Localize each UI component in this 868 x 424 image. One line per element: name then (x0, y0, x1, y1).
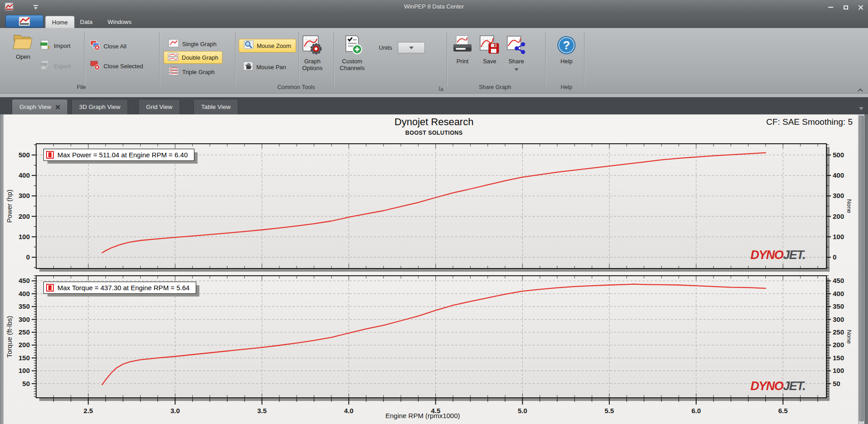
import-button[interactable]: Import (40, 40, 71, 52)
vertical-scrollbar-thumb[interactable] (859, 116, 864, 421)
y-tick-label: 250 (833, 328, 844, 336)
tab-3d-graph-view-label: 3D Graph View (79, 104, 120, 110)
share-icon (505, 50, 527, 57)
document-tab-bar: Graph View 3D Graph View Grid View Table… (0, 97, 868, 114)
tab-table-view-label: Table View (201, 104, 231, 110)
share-graph-group-label: Share Graph (461, 84, 529, 90)
ribbon-separator (545, 32, 546, 87)
export-csv-icon (40, 60, 51, 72)
tab-3d-graph-view[interactable]: 3D Graph View (71, 99, 128, 114)
ribbon-tab-data-label: Data (80, 19, 92, 25)
ribbon-collapse-chevron-icon[interactable] (857, 86, 863, 94)
custom-channels-button[interactable]: Custom Channels (336, 34, 368, 71)
tab-table-view[interactable]: Table View (193, 99, 238, 114)
ribbon-tab-home[interactable]: Home (45, 16, 75, 28)
ribbon-tab-windows[interactable]: Windows (101, 16, 138, 28)
window-frame-right (864, 114, 868, 424)
ribbon-tab-row: Home Data Windows (0, 14, 868, 28)
custom-channels-label-2: Channels (336, 65, 368, 71)
application-button[interactable] (5, 15, 43, 28)
print-icon (452, 50, 473, 57)
share-button-label: Share (504, 58, 529, 65)
chart-power[interactable]: 00100100200200300300400400500500 (19, 144, 844, 272)
open-button[interactable]: Open (7, 32, 39, 60)
y-tick-label: 150 (19, 354, 30, 362)
y-tick-label: 300 (19, 316, 30, 323)
save-button-label: Save (477, 58, 502, 65)
print-button[interactable]: Print (450, 34, 475, 65)
mouse-pan-button[interactable]: Mouse Pan (241, 61, 289, 73)
common-tools-group-label: Common Tools (260, 84, 332, 90)
torque-right-axis-title: None (846, 330, 853, 344)
torque-axis-title: Torque (ft-lbs) (5, 316, 13, 358)
graph-options-button[interactable]: Graph Options (297, 34, 327, 71)
help-icon: ? (556, 50, 577, 57)
y-tick-label: 400 (833, 290, 844, 297)
tab-graph-view-label: Graph View (19, 104, 51, 110)
winpep-logo-icon (17, 16, 32, 26)
minimize-button[interactable] (825, 4, 836, 11)
mouse-pan-label: Mouse Pan (256, 64, 286, 71)
help-group-label: Help (539, 84, 594, 90)
close-all-button-label: Close All (104, 43, 127, 50)
units-dropdown[interactable] (398, 42, 425, 53)
y-tick-label: 400 (19, 171, 30, 179)
power-legend[interactable]: Max Power = 511.04 at Engine RPM = 6.40 (43, 149, 194, 161)
ribbon-separator (159, 32, 160, 87)
maximize-button[interactable] (840, 4, 852, 11)
y-tick-label: 300 (833, 192, 844, 199)
save-icon (479, 50, 500, 57)
import-button-label: Import (54, 42, 71, 49)
tab-graph-view[interactable]: Graph View (12, 99, 68, 114)
tab-list-chevron-icon[interactable] (859, 104, 863, 112)
help-button[interactable]: ? Help (554, 34, 579, 65)
open-button-label: Open (7, 53, 39, 60)
y-tick-label: 400 (19, 290, 30, 297)
graph-options-label-2: Options (297, 65, 327, 71)
y-tick-label: 150 (833, 354, 844, 362)
y-tick-label: 200 (833, 341, 844, 349)
single-graph-icon (168, 39, 179, 49)
double-graph-label: Double Graph (182, 54, 218, 61)
help-button-label: Help (554, 58, 579, 65)
mouse-zoom-label: Mouse Zoom (257, 42, 291, 49)
chevron-down-icon (409, 47, 414, 49)
title-bar: WinPEP 8 Data Center (0, 0, 868, 14)
file-group-label: File (54, 84, 108, 90)
close-button[interactable] (854, 4, 866, 11)
y-tick-label: 100 (833, 367, 844, 374)
x-axis-title: Engine RPM (rpmx1000) (0, 412, 845, 419)
dynojet-logo: DYNOJET. (750, 248, 805, 262)
y-tick-label: 350 (19, 302, 30, 310)
close-selected-button[interactable]: Close Selected (90, 60, 143, 72)
tab-close-icon[interactable] (56, 105, 60, 109)
y-tick-label: 0 (833, 253, 836, 261)
y-tick-label: 200 (19, 212, 30, 220)
dialog-launcher-icon[interactable] (439, 85, 444, 93)
triple-graph-button[interactable]: Triple Graph (165, 66, 217, 78)
custom-channels-icon (341, 50, 363, 57)
y-tick-label: 250 (19, 328, 30, 336)
y-tick-label: 0 (26, 253, 30, 261)
graph-options-icon (302, 50, 323, 57)
share-button[interactable]: Share (504, 34, 529, 73)
single-graph-button[interactable]: Single Graph (165, 38, 219, 50)
y-tick-label: 50 (22, 380, 30, 387)
close-all-button[interactable]: Close All (90, 40, 127, 52)
mouse-pan-hand-icon (243, 61, 253, 72)
save-button[interactable]: Save (477, 34, 502, 65)
y-tick-label: 300 (19, 192, 30, 199)
ribbon-tab-data[interactable]: Data (74, 16, 99, 28)
y-tick-label: 100 (19, 233, 30, 240)
svg-text:?: ? (563, 38, 570, 52)
double-graph-button[interactable]: Double Graph (164, 51, 222, 64)
tab-grid-view[interactable]: Grid View (138, 99, 180, 114)
power-legend-text: Max Power = 511.04 at Engine RPM = 6.40 (57, 151, 188, 159)
ribbon-bottom-strip (0, 94, 868, 97)
y-tick-label: 100 (833, 233, 844, 240)
plot-background (36, 144, 826, 269)
mouse-zoom-button[interactable]: Mouse Zoom (239, 39, 296, 52)
torque-legend[interactable]: Max Torque = 437.30 at Engine RPM = 5.64 (43, 282, 196, 294)
chart-torque[interactable]: 5050100100150150200200250250300300350350… (19, 276, 844, 415)
graph-options-label-1: Graph (297, 58, 327, 65)
